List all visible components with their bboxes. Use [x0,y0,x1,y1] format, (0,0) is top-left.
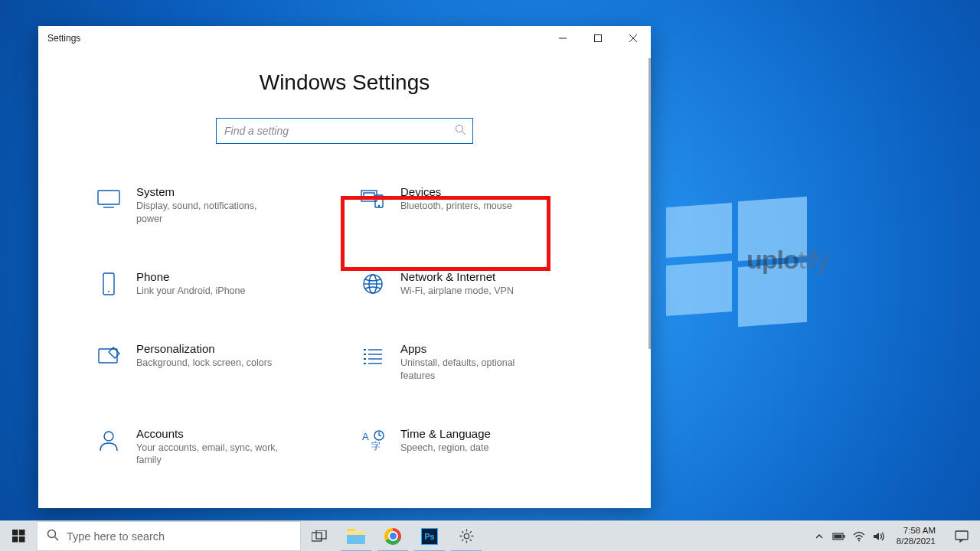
category-desc: Display, sound, notifications, power [136,200,282,226]
taskbar-search-placeholder: Type here to search [67,530,165,543]
category-desc: Speech, region, date [400,442,546,455]
svg-rect-6 [98,191,119,204]
volume-icon[interactable] [871,521,887,552]
close-button[interactable] [616,26,651,51]
battery-icon[interactable] [831,521,848,552]
devices-icon [359,185,387,213]
desktop: uplotify Settings Windows Settings [0,0,980,551]
maximize-button[interactable] [580,26,616,51]
globe-icon [359,270,387,298]
svg-text:字: 字 [371,441,381,452]
accounts-icon [95,427,122,455]
window-title: Settings [47,33,80,44]
page-title: Windows Settings [260,70,430,95]
category-phone[interactable]: Phone Link your Android, iPhone [92,267,333,301]
settings-content: Windows Settings System Display, sound, … [38,51,651,508]
category-desc: Link your Android, iPhone [136,285,282,298]
svg-rect-9 [364,193,374,199]
search-box[interactable] [216,118,473,144]
taskbar-search[interactable]: Type here to search [37,521,301,551]
category-apps[interactable]: Apps Uninstall, defaults, optional featu… [356,339,597,386]
svg-line-37 [55,537,59,541]
svg-rect-17 [99,349,117,363]
personalization-icon [95,342,122,370]
category-desc: Wi-Fi, airplane mode, VPN [400,285,546,298]
svg-point-44 [858,540,860,541]
chrome-icon [384,528,401,545]
category-desc: Uninstall, defaults, optional features [400,357,546,383]
svg-rect-34 [12,536,18,543]
svg-text:A: A [362,431,369,442]
time-language-icon: A字 [359,427,387,455]
category-title: Time & Language [400,427,594,440]
svg-point-26 [104,432,113,441]
svg-rect-32 [12,530,18,536]
category-accounts[interactable]: Accounts Your accounts, email, sync, wor… [92,424,333,471]
photoshop-icon: Ps [421,528,438,545]
task-view-button[interactable] [301,521,338,552]
svg-point-11 [378,205,379,206]
category-title: System [136,185,330,198]
apps-icon [359,342,387,370]
taskbar-clock[interactable]: 7:58 AM 8/28/2021 [890,526,942,547]
category-title: Network & Internet [400,270,594,283]
pinned-apps: Ps [301,521,485,551]
taskbar: Type here to search Ps [0,520,980,551]
phone-icon [95,270,122,298]
start-button[interactable] [0,521,37,551]
window-controls [545,26,651,51]
clock-date: 8/28/2021 [897,536,936,547]
file-explorer-button[interactable] [338,521,374,552]
search-icon [47,529,59,543]
file-explorer-icon [347,529,365,544]
category-desc: Bluetooth, printers, mouse [400,200,546,213]
svg-rect-1 [595,35,602,42]
titlebar[interactable]: Settings [38,26,651,51]
scrollbar[interactable] [648,58,651,349]
category-desc: Your accounts, email, sync, work, family [136,442,282,468]
svg-rect-33 [19,530,25,536]
photoshop-button[interactable]: Ps [411,521,448,552]
category-system[interactable]: System Display, sound, notifications, po… [92,182,333,229]
category-title: Accounts [136,427,330,440]
wifi-icon[interactable] [851,521,867,552]
svg-rect-45 [956,531,968,540]
category-title: Apps [400,342,594,355]
svg-line-5 [462,131,466,135]
settings-grid: System Display, sound, notifications, po… [92,182,597,470]
category-desc: Background, lock screen, colors [136,357,282,370]
tray-overflow-button[interactable] [811,521,828,552]
svg-rect-43 [843,535,844,538]
svg-point-40 [464,533,469,538]
category-time-language[interactable]: A字 Time & Language Speech, region, date [356,424,597,471]
category-title: Devices [400,185,594,198]
category-personalization[interactable]: Personalization Background, lock screen,… [92,339,333,386]
action-center-button[interactable] [945,530,978,543]
svg-point-36 [48,530,56,538]
settings-window: Settings Windows Settings [38,26,651,508]
system-tray: 7:58 AM 8/28/2021 [811,521,980,551]
svg-point-4 [456,125,463,132]
category-title: Phone [136,270,330,283]
watermark-text: uplotify [746,245,828,275]
system-icon [95,185,122,213]
search-icon [455,124,466,139]
settings-button[interactable] [448,521,485,552]
category-title: Personalization [136,342,330,355]
chrome-button[interactable] [374,521,411,552]
clock-time: 7:58 AM [903,526,936,536]
svg-rect-35 [19,536,25,543]
minimize-button[interactable] [545,26,580,51]
category-network[interactable]: Network & Internet Wi-Fi, airplane mode,… [356,267,597,301]
category-devices[interactable]: Devices Bluetooth, printers, mouse [356,182,597,229]
search-input[interactable] [224,125,455,137]
svg-rect-42 [834,534,841,538]
